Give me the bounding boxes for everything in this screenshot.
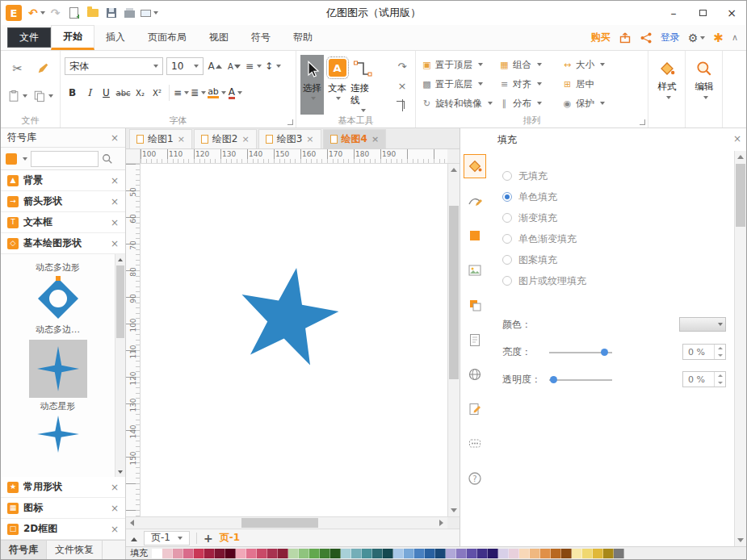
palette-swatch[interactable] <box>362 549 372 558</box>
scroll-right-icon[interactable] <box>435 517 447 529</box>
highlight-color-button[interactable]: ab <box>208 84 226 102</box>
italic-button[interactable]: I <box>82 84 97 102</box>
palette-swatch[interactable] <box>383 549 393 558</box>
drawing-page[interactable] <box>141 164 447 516</box>
close-panel-icon[interactable]: × <box>111 133 119 143</box>
palette-swatch[interactable] <box>498 549 509 558</box>
palette-swatch[interactable] <box>246 549 257 558</box>
palette-swatch[interactable] <box>393 549 404 558</box>
gallery-scrollbar[interactable] <box>115 254 125 477</box>
close-panel-icon[interactable]: × <box>733 134 741 144</box>
fill-color-picker[interactable] <box>679 317 726 332</box>
close-tab-icon[interactable]: × <box>306 134 313 144</box>
library-section-icons[interactable]: ▦ 图标 × <box>1 498 125 519</box>
palette-swatch[interactable] <box>509 549 519 558</box>
help-tool-icon[interactable]: ? <box>464 466 486 491</box>
palette-swatch[interactable] <box>456 549 467 558</box>
scroll-up-icon[interactable] <box>448 164 460 176</box>
slider-handle[interactable] <box>550 376 557 383</box>
tab-symbol-library[interactable]: 符号库 <box>1 541 47 559</box>
scrollbar-thumb[interactable] <box>449 206 459 379</box>
text-direction-button[interactable]: ↕ <box>265 57 281 75</box>
tab-view[interactable]: 视图 <box>198 25 240 50</box>
dialog-launcher-icon[interactable] <box>287 119 293 125</box>
horizontal-scrollbar[interactable] <box>126 516 460 529</box>
fill-tool-icon[interactable] <box>464 154 486 178</box>
distribute-button[interactable]: ∥分布 <box>497 98 560 110</box>
tab-insert[interactable]: 插入 <box>94 25 136 50</box>
scrollbar-thumb[interactable] <box>116 265 124 338</box>
send-to-back-button[interactable]: ▩置于底层 <box>420 78 497 90</box>
buy-button[interactable]: 购买 <box>591 31 611 44</box>
palette-swatch[interactable] <box>330 549 341 558</box>
palette-swatch[interactable] <box>351 549 362 558</box>
format-painter-button[interactable] <box>36 62 49 75</box>
share-icon[interactable] <box>640 31 653 44</box>
dialog-launcher-icon[interactable] <box>640 119 645 125</box>
close-section-icon[interactable]: × <box>111 176 119 186</box>
size-button[interactable]: ↔大小 <box>560 59 620 71</box>
library-section-background[interactable]: ▲ 背景 × <box>1 170 125 191</box>
text-align-button[interactable]: ≡ <box>246 57 262 75</box>
slider-handle[interactable] <box>601 349 608 356</box>
library-section-2d-block[interactable]: □ 2D框图 × <box>1 519 125 540</box>
palette-swatch[interactable] <box>215 549 225 558</box>
text-tool-button[interactable]: A 文本 <box>325 55 349 115</box>
close-tab-icon[interactable]: × <box>178 134 185 144</box>
palette-swatch[interactable] <box>204 549 215 558</box>
doc-tab-3[interactable]: 绘图3× <box>258 129 321 148</box>
collapse-ribbon-button[interactable]: ∧ <box>732 32 738 43</box>
library-section-basic-shapes[interactable]: ◇ 基本绘图形状 × <box>1 233 125 254</box>
palette-swatch[interactable] <box>572 549 582 558</box>
preview-button[interactable] <box>141 4 158 22</box>
opacity-slider[interactable] <box>549 375 612 383</box>
strikethrough-button[interactable]: abc <box>115 84 131 102</box>
palette-swatch[interactable] <box>152 549 162 558</box>
line-style-tool-icon[interactable] <box>464 189 486 213</box>
close-section-icon[interactable]: × <box>111 504 119 513</box>
palette-swatch[interactable] <box>299 549 309 558</box>
print-button[interactable] <box>122 4 138 22</box>
brightness-spinner[interactable]: 0 % <box>682 344 726 360</box>
palette-swatch[interactable] <box>320 549 330 558</box>
palette-swatch[interactable] <box>404 549 414 558</box>
palette-swatch[interactable] <box>603 549 614 558</box>
theme-icon[interactable]: ✱ <box>713 31 724 45</box>
dropdown-caret-icon[interactable] <box>23 157 27 161</box>
edit-button[interactable]: 编辑 <box>690 55 719 115</box>
export-icon[interactable] <box>619 31 632 44</box>
palette-swatch[interactable] <box>477 549 488 558</box>
scrollbar-thumb[interactable] <box>241 518 318 528</box>
redo-button[interactable]: ↷ <box>48 4 64 22</box>
file-menu-button[interactable]: 文件 <box>7 27 51 48</box>
connector-tool-button[interactable]: 连接线 <box>350 55 374 115</box>
scrollbar-thumb[interactable] <box>736 164 745 227</box>
fill-option-texture[interactable]: 图片或纹理填充 <box>502 270 726 291</box>
close-tab-icon[interactable]: × <box>242 134 250 144</box>
palette-swatch[interactable] <box>414 549 425 558</box>
image-tool-icon[interactable] <box>464 258 486 282</box>
undo-button[interactable]: ↶ <box>28 4 45 22</box>
subscript-button[interactable]: X₂ <box>132 84 148 102</box>
decrease-font-button[interactable]: A <box>226 57 242 75</box>
search-input[interactable] <box>31 151 99 167</box>
doc-tab-4-active[interactable]: 绘图4× <box>323 129 387 148</box>
fill-option-gradient[interactable]: 渐变填充 <box>502 207 726 228</box>
tab-symbol[interactable]: 符号 <box>240 25 282 50</box>
center-button[interactable]: ⊞居中 <box>560 78 620 90</box>
fill-option-solid[interactable]: 单色填充 <box>502 186 726 207</box>
curve-tool-button[interactable]: ↷ <box>398 61 407 73</box>
save-button[interactable] <box>103 4 120 22</box>
brightness-slider[interactable] <box>549 348 612 356</box>
palette-swatch[interactable] <box>236 549 246 558</box>
tab-page-layout[interactable]: 页面布局 <box>136 25 198 50</box>
comment-tool-icon[interactable] <box>464 432 486 456</box>
doc-tab-2[interactable]: 绘图2× <box>194 129 257 148</box>
close-section-icon[interactable]: × <box>111 524 119 534</box>
star-shape[interactable] <box>141 164 447 516</box>
dynamic-star-shape-selected[interactable] <box>29 340 87 398</box>
maximize-button[interactable] <box>688 1 717 25</box>
bold-button[interactable]: B <box>65 84 80 102</box>
palette-swatch[interactable] <box>582 549 593 558</box>
crop-tool-button[interactable] <box>402 99 403 111</box>
